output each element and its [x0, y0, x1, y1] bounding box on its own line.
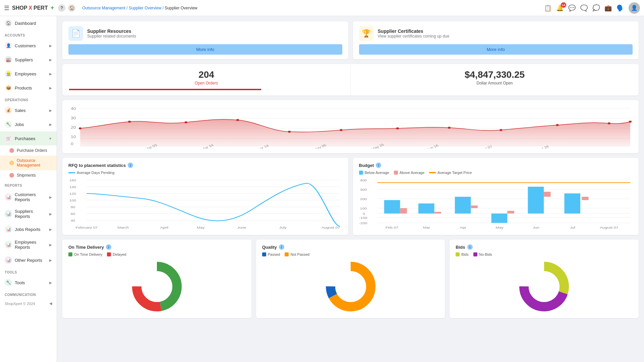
sidebar-sales-label: Sales: [15, 108, 47, 113]
rfq-info-icon[interactable]: i: [128, 163, 133, 168]
svg-rect-75: [471, 205, 477, 208]
svg-text:Jun: Jun: [533, 226, 539, 229]
nav-help-icons: ? 🏠: [58, 4, 75, 12]
briefcase-icon[interactable]: 💼: [604, 4, 612, 12]
sidebar-purchases-label: Purchases: [15, 136, 46, 141]
svg-text:400: 400: [360, 179, 366, 182]
svg-point-21: [629, 121, 632, 123]
stats-row: 204 Open Orders $4,847,330.25 Dollar Amo…: [62, 64, 639, 96]
quality-info-icon[interactable]: i: [279, 244, 284, 250]
rfq-title-text: RFQ to placement statistics: [68, 163, 126, 168]
rfq-legend: Average Days Pending: [68, 171, 342, 175]
open-orders-bar: [69, 89, 261, 90]
sidebar-item-suppliers[interactable]: 🏭 Suppliers ▶: [0, 53, 57, 67]
svg-text:February 07: February 07: [75, 226, 98, 229]
passed-label: Passed: [268, 252, 280, 256]
svg-text:100: 100: [360, 207, 366, 210]
bids-info-icon[interactable]: i: [467, 244, 473, 250]
svg-text:300: 300: [360, 188, 366, 191]
breadcrumb-sep-1: /: [126, 6, 129, 10]
help-icon[interactable]: ?: [58, 4, 65, 12]
operations-section-title: OPERATIONS: [0, 95, 57, 103]
sidebar-dashboard-label: Dashboard: [15, 21, 52, 26]
main-content: 📄 Supplier Resources Supplier related do…: [57, 16, 644, 362]
sidebar-item-customers-reports[interactable]: 📊 Customers Reports ▶: [0, 189, 57, 205]
svg-point-17: [448, 127, 451, 129]
sidebar-item-tools[interactable]: 🔧 Tools ▶: [0, 276, 57, 290]
svg-text:-100: -100: [359, 216, 367, 220]
sidebar-sub-shipments[interactable]: Shipments: [0, 170, 57, 180]
copyright-text: ShopXpert © 2024: [5, 302, 35, 306]
customers-icon: 👤: [5, 42, 12, 49]
tools-chevron-icon: ▶: [49, 281, 52, 285]
sidebar-sub-outsource-mgmt[interactable]: Outsource Management: [0, 156, 57, 170]
brand-prefix: SHOP: [12, 5, 27, 11]
svg-point-20: [608, 122, 610, 124]
svg-text:40: 40: [71, 219, 75, 222]
sidebar-sub-purchase-orders[interactable]: Purchase Orders: [0, 145, 57, 156]
sidebar-item-products[interactable]: 📦 Products ▶: [0, 81, 57, 95]
budget-info-icon[interactable]: i: [376, 163, 381, 168]
sidebar-item-jobs-reports[interactable]: 📊 Jobs Reports ▶: [0, 222, 57, 236]
svg-text:-200: -200: [359, 222, 367, 225]
budget-chart-title: Budget i: [359, 163, 633, 168]
suppliers-icon: 🏭: [5, 56, 12, 63]
sidebar-item-employees[interactable]: 👷 Employees ▶: [0, 67, 57, 81]
supplier-resources-desc: Supplier related documents: [87, 34, 136, 39]
nav-right: 📋 🔔 14 💬 🗨️ 💭 💼 🗣️ 👤: [544, 2, 640, 14]
messages-icon[interactable]: 🗨️: [580, 4, 588, 12]
svg-point-10: [79, 127, 81, 129]
bids-legend: Bids No-Bids: [456, 252, 633, 256]
on-time-delivery-title: On Time Delivery i: [68, 244, 245, 250]
sidebar-item-other-reports[interactable]: 📊 Other Reports ▶: [0, 253, 57, 267]
budget-title-text: Budget: [359, 163, 374, 168]
svg-text:40: 40: [71, 107, 76, 111]
quality-card: Quality i Passed Not Passed: [256, 240, 445, 318]
breadcrumb-item-2[interactable]: Supplier Overview: [129, 6, 161, 10]
supplier-certificates-card-top: 🏆 Supplier Certificates View supplier ce…: [359, 26, 633, 41]
chat-icon[interactable]: 💬: [568, 4, 576, 12]
target-price-label: Average Target Price: [437, 171, 472, 175]
dollar-amount-value: $4,847,330.25: [357, 69, 632, 80]
svg-point-13: [236, 119, 239, 121]
on-time-donut-container: [68, 260, 245, 313]
home-icon[interactable]: 🏠: [68, 4, 75, 12]
supplier-resources-more-info-button[interactable]: More info: [68, 44, 342, 55]
products-icon: 📦: [5, 84, 12, 92]
sidebar-item-suppliers-reports[interactable]: 📊 Suppliers Reports ▶: [0, 205, 57, 222]
budget-legend-target: Average Target Price: [429, 171, 472, 175]
supplier-certificates-card: 🏆 Supplier Certificates View supplier ce…: [353, 21, 639, 59]
hamburger-menu[interactable]: ☰: [4, 4, 9, 12]
sidebar-item-customers[interactable]: 👤 Customers ▶: [0, 39, 57, 53]
speech-icon[interactable]: 🗣️: [617, 4, 624, 12]
open-orders-label: Open Orders: [69, 81, 344, 85]
sidebar-item-dashboard[interactable]: 🏠 Dashboard: [0, 16, 57, 30]
notifications-icon[interactable]: 📋: [544, 4, 551, 12]
svg-text:0: 0: [362, 212, 365, 216]
supplier-certificates-more-info-button[interactable]: More info: [359, 44, 633, 55]
budget-legend-below: Below Average: [359, 171, 389, 175]
bids-legend-bids: Bids: [456, 252, 468, 256]
supplier-certificates-text: Supplier Certificates View supplier cert…: [378, 28, 450, 39]
on-time-info-icon[interactable]: i: [106, 244, 111, 250]
svg-text:May: May: [197, 226, 205, 229]
sidebar-collapse-icon[interactable]: ◀: [49, 301, 52, 306]
sidebar-item-employees-reports[interactable]: 📊 Employees Reports ▶: [0, 236, 57, 253]
products-chevron-icon: ▶: [49, 86, 52, 90]
svg-rect-76: [507, 211, 514, 214]
svg-text:Mar: Mar: [423, 226, 430, 229]
comments-icon[interactable]: 💭: [592, 4, 600, 12]
alerts-icon[interactable]: 🔔 14: [556, 4, 564, 12]
breadcrumb-item-1[interactable]: Outsource Management: [82, 6, 125, 10]
open-orders-value: 204: [69, 69, 344, 80]
user-avatar[interactable]: 👤: [629, 2, 640, 14]
sidebar-item-sales[interactable]: 💰 Sales ▶: [0, 103, 57, 117]
sidebar-item-purchases[interactable]: 🛒 Purchases ▼: [0, 131, 57, 145]
quality-legend-not-passed: Not Passed: [285, 252, 309, 256]
dashboard-icon: 🏠: [5, 19, 12, 27]
sidebar-item-jobs[interactable]: 🔧 Jobs ▶: [0, 117, 57, 131]
svg-rect-72: [564, 193, 580, 214]
not-passed-dot: [285, 252, 289, 256]
svg-text:30: 30: [71, 116, 76, 120]
communication-section-title: COMMUNICATION: [0, 290, 57, 298]
